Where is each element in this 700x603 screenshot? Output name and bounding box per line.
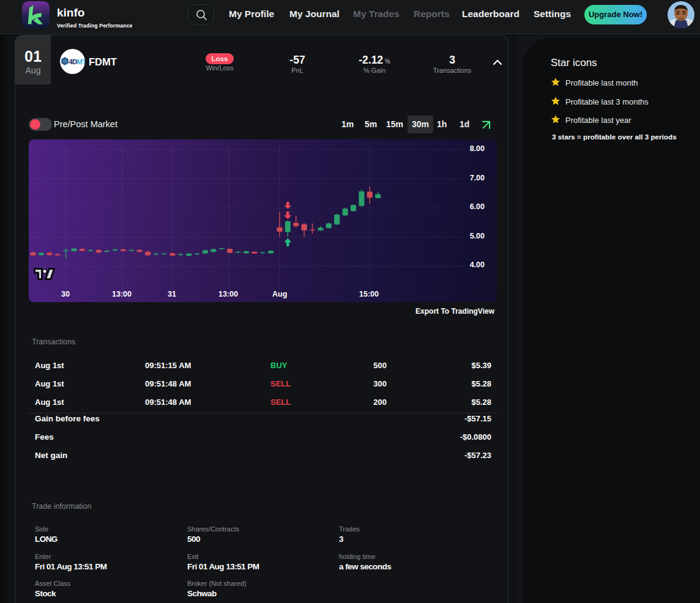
- svg-text:4D: 4D: [69, 58, 77, 65]
- svg-text:MT: MT: [76, 58, 85, 65]
